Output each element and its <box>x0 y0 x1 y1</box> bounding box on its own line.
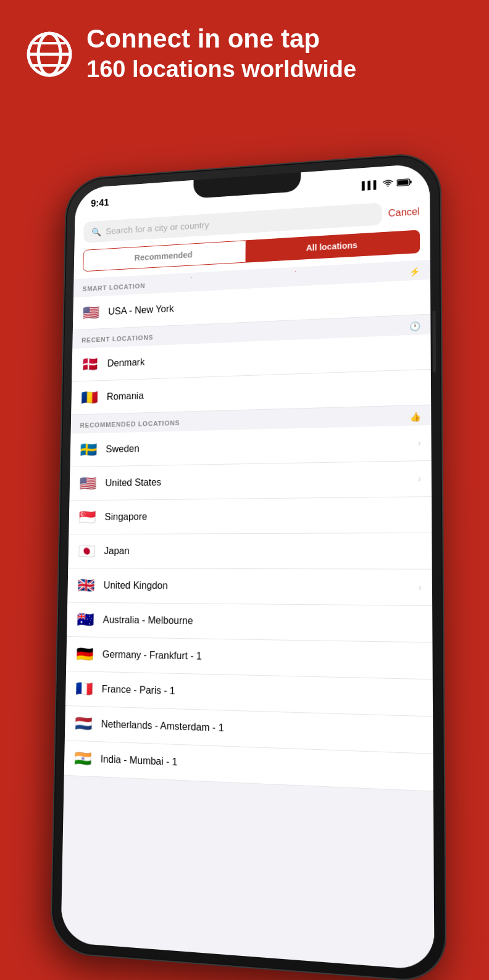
signal-icon: ▌▌▌ <box>362 180 379 189</box>
germany-flag-icon: 🇩🇪 <box>75 646 94 663</box>
uk-flag-icon: 🇬🇧 <box>77 577 95 594</box>
chevron-right-icon: › <box>419 582 422 592</box>
chevron-right-icon: › <box>418 438 421 448</box>
app-header: Connect in one tap 160 locations worldwi… <box>0 0 489 96</box>
list-item[interactable]: 🇬🇧 United Kingdon › <box>67 568 432 606</box>
netherlands-flag-icon: 🇳🇱 <box>74 715 93 733</box>
france-flag-icon: 🇫🇷 <box>75 680 94 697</box>
thumbsup-icon: 👍 <box>410 412 421 422</box>
list-item[interactable]: 🇦🇺 Australia - Melbourne <box>67 603 432 643</box>
australia-flag-icon: 🇦🇺 <box>76 611 94 628</box>
location-name: Germany - Frankfurt - 1 <box>102 649 422 666</box>
wifi-icon <box>383 180 393 188</box>
cancel-button[interactable]: Cancel <box>388 206 420 219</box>
location-name: India - Mumbai - 1 <box>101 754 423 778</box>
location-name: Australia - Melbourne <box>103 615 422 630</box>
singapore-flag-icon: 🇸🇬 <box>78 509 96 526</box>
lightning-icon: ⚡ <box>409 267 420 277</box>
india-flag-icon: 🇮🇳 <box>73 750 93 768</box>
svg-rect-6 <box>398 180 409 185</box>
location-name: Singapore <box>104 509 421 523</box>
status-icons: ▌▌▌ <box>362 177 412 189</box>
recent-locations-label: RECENT LOCATIONS <box>82 334 153 344</box>
romania-flag-icon: 🇷🇴 <box>80 389 99 405</box>
header-text: Connect in one tap 160 locations worldwi… <box>86 25 464 84</box>
svg-rect-7 <box>410 180 412 183</box>
location-name: United States <box>105 473 409 489</box>
globe-icon <box>25 30 74 79</box>
chevron-right-icon: › <box>418 474 421 484</box>
battery-icon <box>397 178 412 186</box>
denmark-flag-icon: 🇩🇰 <box>81 356 99 373</box>
location-name: Japan <box>104 545 421 557</box>
header-subtitle: 160 locations worldwide <box>86 56 464 84</box>
search-placeholder: Search for a city or country <box>106 220 209 236</box>
phone-shell: 9:41 ▌▌▌ <box>50 151 446 980</box>
search-icon: 🔍 <box>91 227 101 237</box>
japan-flag-icon: 🇯🇵 <box>77 543 96 560</box>
location-name: United Kingdon <box>103 580 409 593</box>
power-button <box>432 310 436 373</box>
header-title: Connect in one tap <box>86 25 464 53</box>
phone-screen: 9:41 ▌▌▌ <box>61 163 434 970</box>
location-name: Romania <box>107 382 421 402</box>
clock-icon: 🕐 <box>409 321 420 331</box>
list-item[interactable]: 🇺🇸 United States › <box>69 461 432 501</box>
sweden-flag-icon: 🇸🇪 <box>80 441 98 458</box>
smart-location-label: SMART LOCATION <box>83 282 146 293</box>
status-time: 9:41 <box>91 197 109 209</box>
recommended-locations-label: RECOMMENDED LOCATIONS <box>80 419 180 429</box>
location-name: USA - New York <box>108 291 420 317</box>
list-item[interactable]: 🇯🇵 Japan <box>68 533 432 570</box>
location-name: Denmark <box>107 346 420 368</box>
location-name: France - Paris - 1 <box>102 684 422 704</box>
us-flag-icon: 🇺🇸 <box>78 475 97 492</box>
location-name: Netherlands - Amsterdam - 1 <box>101 718 423 741</box>
locations-list: SMART LOCATION ⚡ 🇺🇸 USA - New York RECEN… <box>61 260 434 971</box>
location-name: Sweden <box>106 438 409 455</box>
phone-mockup: 9:41 ▌▌▌ <box>31 154 475 980</box>
list-item[interactable]: 🇸🇬 Singapore <box>69 497 432 534</box>
usa-flag-icon: 🇺🇸 <box>82 304 101 322</box>
